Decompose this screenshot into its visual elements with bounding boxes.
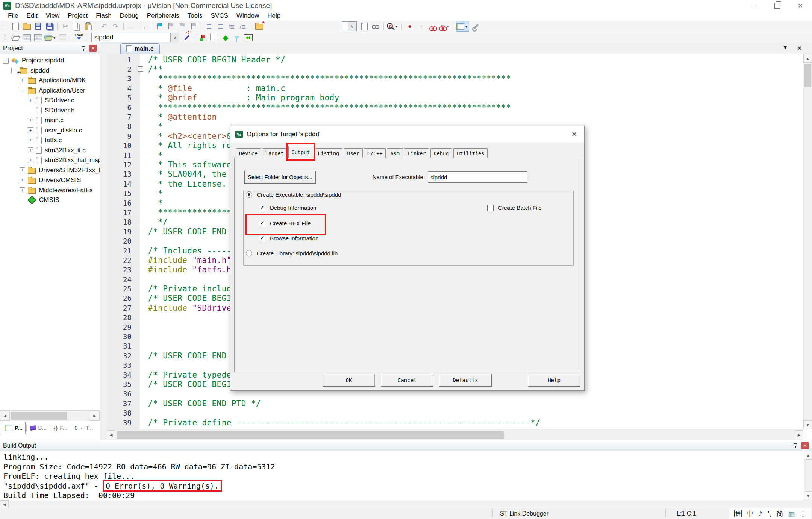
tree-item[interactable]: +user_diskio.c xyxy=(0,126,100,136)
copy-icon[interactable] xyxy=(71,21,82,31)
tab-list-dropdown-icon[interactable]: ▼ xyxy=(783,44,788,52)
configure-target-icon[interactable] xyxy=(470,21,480,31)
save-all-icon[interactable] xyxy=(44,21,55,31)
expand-icon[interactable]: + xyxy=(28,147,33,153)
breakpoint-kill-all-icon[interactable]: ✕▾ xyxy=(438,21,450,31)
menu-view[interactable]: View xyxy=(42,12,64,20)
create-library-radio[interactable]: Create Library: sipddd\sipddd.lib xyxy=(246,250,338,256)
tree-item[interactable]: −sipddd xyxy=(0,66,100,76)
dialog-tab-debug[interactable]: Debug xyxy=(430,148,453,158)
indent-icon[interactable]: ≣ xyxy=(204,21,214,31)
expand-icon[interactable]: + xyxy=(28,98,33,103)
panel-splitter[interactable] xyxy=(100,42,107,440)
breakpoint-toggle-icon[interactable]: ● xyxy=(404,21,415,31)
batch-build-dropdown-icon[interactable]: ▾ xyxy=(53,36,57,40)
save-icon[interactable] xyxy=(33,21,43,31)
ime-toolbar[interactable]: 拼中♪’,简▦⋮ xyxy=(729,508,811,519)
tree-item[interactable]: −Project: sipddd xyxy=(0,56,100,66)
undo-icon[interactable]: ↶ xyxy=(99,21,109,31)
ime-item-3[interactable]: ’, xyxy=(768,510,772,518)
target-select-dropdown-icon[interactable]: ∨ xyxy=(170,33,179,42)
uncomment-icon[interactable]: /≣ xyxy=(238,21,248,31)
scroll-left-icon[interactable]: ◀ xyxy=(0,411,10,421)
bookmark-prev-icon[interactable] xyxy=(176,21,187,31)
breakpoint-enable-icon[interactable]: ○ xyxy=(416,21,426,31)
collapse-icon[interactable]: − xyxy=(3,58,9,64)
download-flash-icon[interactable]: LOAD xyxy=(74,33,84,42)
expand-icon[interactable]: + xyxy=(20,178,25,183)
expand-icon[interactable]: + xyxy=(28,138,33,143)
dialog-tab-user[interactable]: User xyxy=(344,148,363,158)
menu-window[interactable]: Window xyxy=(232,12,263,20)
unindent-icon[interactable]: ≣ xyxy=(215,21,226,31)
cut-icon[interactable]: ✂ xyxy=(60,21,71,31)
pin-icon[interactable] xyxy=(81,46,86,51)
editor-hscrollbar[interactable]: ◀ ▶ xyxy=(107,429,803,440)
bookmark-clear-icon[interactable] xyxy=(188,21,198,31)
menu-svcs[interactable]: SVCS xyxy=(207,12,232,20)
scroll-up-icon[interactable]: ▲ xyxy=(804,451,812,460)
menu-debug[interactable]: Debug xyxy=(116,12,143,20)
pack-installer-icon[interactable]: ◆◆ xyxy=(243,33,253,42)
select-folder-button[interactable]: Select Folder for Objects... xyxy=(244,171,316,184)
project-hscrollbar[interactable]: ◀ ▶ xyxy=(0,410,100,421)
create-batch-file-checkbox[interactable]: Create Batch File xyxy=(487,205,542,211)
translate-icon[interactable]: ↓ xyxy=(10,33,21,42)
panel-tab-books[interactable]: B... xyxy=(27,422,50,434)
ok-button[interactable]: OK xyxy=(323,374,375,387)
nav-forward-icon[interactable]: → xyxy=(138,21,148,31)
build-icon[interactable]: ↓ xyxy=(21,33,32,42)
tree-item[interactable]: +Application/MDK xyxy=(0,76,100,86)
tree-item[interactable]: +stm32f1xx_it.c xyxy=(0,146,100,156)
bookmark-icon[interactable] xyxy=(154,21,164,31)
expand-icon[interactable]: + xyxy=(20,167,25,173)
dialog-tab-linker[interactable]: Linker xyxy=(404,148,429,158)
collapse-icon[interactable]: − xyxy=(20,88,25,93)
build-hscrollbar[interactable]: ◀ xyxy=(0,500,804,509)
tree-item[interactable]: +Middlewares/FatFs xyxy=(0,185,100,196)
menu-file[interactable]: File xyxy=(4,12,22,20)
menu-edit[interactable]: Edit xyxy=(22,12,41,20)
find-text-combo[interactable]: ∨ xyxy=(342,21,357,31)
nav-back-icon[interactable]: ← xyxy=(126,21,137,31)
pin-icon[interactable] xyxy=(793,443,798,448)
ime-item-5[interactable]: ▦ xyxy=(788,510,795,518)
target-select[interactable]: sipddd∨ xyxy=(91,33,179,42)
close-icon[interactable]: ✕ xyxy=(801,442,809,449)
panel-tab-functions[interactable]: {}F... xyxy=(51,422,70,434)
expand-icon[interactable]: + xyxy=(28,118,33,123)
find-in-files-icon[interactable]: d▾ xyxy=(386,21,399,31)
menu-peripherals[interactable]: Peripherals xyxy=(143,12,183,20)
defaults-button[interactable]: Defaults xyxy=(439,374,492,387)
open-file-icon[interactable] xyxy=(21,21,32,31)
scroll-right-icon[interactable]: ▶ xyxy=(90,411,100,421)
stop-build-icon[interactable] xyxy=(58,33,68,42)
manage-books-icon[interactable] xyxy=(209,33,220,42)
build-vscrollbar[interactable]: ▲ ▼ xyxy=(804,451,812,500)
tree-item[interactable]: +Drivers/CMSIS xyxy=(0,175,100,185)
bookmark-next-icon[interactable] xyxy=(165,21,176,31)
tree-item[interactable]: +CMSIS xyxy=(0,195,100,205)
close-icon[interactable]: ✕ xyxy=(89,45,97,52)
find-in-files-folder-icon[interactable] xyxy=(254,21,264,31)
editor-vscrollbar[interactable]: ▲ ▼ xyxy=(803,54,812,429)
ime-item-6[interactable]: ⋮ xyxy=(800,510,806,518)
ime-item-0[interactable]: 拼 xyxy=(734,510,742,517)
dialog-tab-asm[interactable]: Asm xyxy=(387,148,403,158)
build-output-log[interactable]: linking...Program Size: Code=14922 RO-da… xyxy=(0,451,804,500)
menu-flash[interactable]: Flash xyxy=(92,12,116,20)
expand-icon[interactable]: + xyxy=(28,158,33,163)
find-text-combo-dropdown-icon[interactable]: ∨ xyxy=(348,22,356,31)
fold-collapse-icon[interactable] xyxy=(133,64,148,74)
collapse-icon[interactable]: − xyxy=(11,68,17,73)
dialog-tab-cc++[interactable]: C/C++ xyxy=(364,148,386,158)
scroll-thumb[interactable] xyxy=(804,64,811,87)
expand-icon[interactable]: + xyxy=(28,127,33,133)
manage-rte-icon[interactable]: ◆ xyxy=(220,33,231,42)
debug-windows-dropdown-icon[interactable]: ▾ xyxy=(465,24,469,29)
cancel-button[interactable]: Cancel xyxy=(381,374,433,387)
target-options-icon[interactable] xyxy=(182,33,192,42)
scroll-down-icon[interactable]: ▼ xyxy=(804,491,812,500)
dialog-close-icon[interactable]: ✕ xyxy=(569,130,579,138)
dialog-tab-target[interactable]: Target xyxy=(262,148,287,158)
